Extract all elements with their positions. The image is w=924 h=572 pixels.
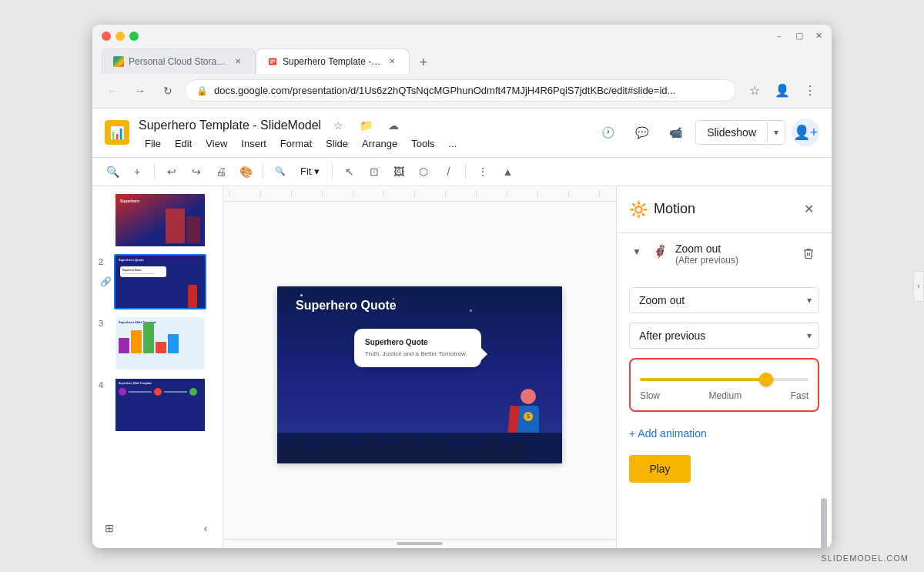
minimize-icon[interactable]: － [775,31,783,42]
paint-format-btn[interactable]: 🎨 [235,161,256,182]
zoom-percent-btn[interactable]: 🔍 [270,161,291,182]
toolbar-sep-3 [332,164,333,179]
horizontal-scrollbar[interactable] [223,539,616,548]
image-btn[interactable]: 🖼 [388,161,410,182]
slide-item-4[interactable]: 4 Superhero Slide Template [99,377,216,433]
menu-insert[interactable]: Insert [235,136,273,151]
slides-panel: Superhero 2 Superhero Quote [92,186,223,548]
slides-logo-icon: 📊 [109,125,125,140]
tab-1-title: Personal Cloud Storage & File Sh... [129,56,227,67]
main-slide-canvas[interactable]: Superhero Quote S [277,286,562,463]
transform-btn[interactable]: ⊡ [363,161,385,182]
menu-slide[interactable]: Slide [320,136,354,151]
speed-slow-label: Slow [640,390,660,401]
minimize-window-btn[interactable] [116,32,125,41]
star-btn[interactable]: ☆ [327,115,349,136]
delete-animation-btn[interactable] [798,243,819,264]
fit-dropdown[interactable]: Fit ▾ [294,162,326,180]
menu-more[interactable]: ... [443,136,464,151]
share-btn[interactable]: 👤+ [792,119,819,146]
address-input[interactable]: 🔒 docs.google.com/presentation/d/1Us6z2h… [185,79,736,102]
redo-btn[interactable]: ↪ [186,161,207,182]
menu-btn[interactable]: ⋮ [798,79,822,103]
slide-1-content: Superhero [116,194,205,246]
app-title: Superhero Template - SlideModel [139,119,321,132]
address-text: docs.google.com/presentation/d/1Us6z2hQT… [214,85,675,96]
zoom-out-btn[interactable]: + [126,161,148,182]
cloud-btn[interactable]: ☁ [383,115,404,136]
back-btn[interactable]: ← [102,80,123,102]
grid-view-btn[interactable]: ⊞ [99,517,120,539]
slide-4-thumb: Superhero Slide Template [114,377,206,433]
comments-btn[interactable]: 💬 [628,119,655,146]
menu-file[interactable]: File [139,136,167,151]
slide-2-num: 2 [99,257,109,266]
expand-animation-btn[interactable]: ▼ [629,244,644,259]
print-btn[interactable]: 🖨 [210,161,232,182]
bookmark-btn[interactable]: ☆ [742,79,767,103]
menu-edit[interactable]: Edit [169,136,198,151]
slide-2-thumb: Superhero Quote Superhero Slants Truth, … [114,254,206,309]
title-bar: － ▢ ✕ [92,25,832,49]
bubble-title: Superhero Quote [365,338,470,346]
watermark: SLIDEMODEL.COM [821,554,909,563]
motion-body: ▼ 🦸 Zoom out (After previous) [617,233,832,287]
ruler-top [223,186,616,202]
more-tools-btn[interactable]: ⋮ [472,161,494,182]
refresh-btn[interactable]: ↻ [157,80,179,102]
menu-arrange[interactable]: Arrange [356,136,403,151]
line-btn[interactable]: / [437,161,459,182]
folder-btn[interactable]: 📁 [355,115,377,136]
undo-btn[interactable]: ↩ [161,161,182,182]
close-icon[interactable]: ✕ [815,31,822,42]
browser-toolbar: ☆ 👤 ⋮ [742,79,822,103]
header-actions: 🕐 💬 📹 Slideshow ▾ 👤+ [594,119,819,146]
zoom-out-select[interactable]: Zoom out Zoom in Fade Fly in [629,287,819,313]
slide-4-content: Superhero Slide Template [116,379,205,431]
address-bar: ← → ↻ 🔒 docs.google.com/presentation/d/1… [92,74,832,108]
close-window-btn[interactable] [102,32,111,41]
motion-scrollbar-thumb[interactable] [821,498,827,548]
collapse-panel-btn[interactable]: ‹ [195,517,216,539]
browser-window: － ▢ ✕ Personal Cloud Storage & File Sh..… [92,25,832,548]
tab-2-close[interactable]: ✕ [386,55,398,68]
speed-fast-label: Fast [791,390,808,401]
menu-format[interactable]: Format [274,136,318,151]
menu-tools[interactable]: Tools [405,136,440,151]
collapse-btn[interactable]: ▲ [497,161,518,182]
play-btn[interactable]: Play [629,455,691,483]
new-tab-btn[interactable]: + [413,52,434,74]
after-previous-select[interactable]: After previous On click With previous [629,323,819,349]
maximize-window-btn[interactable] [129,32,139,41]
slide-item-1[interactable]: Superhero [99,192,216,248]
slideshow-main-btn[interactable]: Slideshow [696,121,767,144]
history-btn[interactable]: 🕐 [594,119,621,146]
tab-2[interactable]: Superhero Template - SlideMode... ✕ [256,49,410,74]
select-tool-btn[interactable]: ↖ [339,161,360,182]
fit-label: Fit [300,166,311,177]
motion-scrollbar-area [617,492,832,548]
zoom-in-btn[interactable]: 🔍 [102,161,123,182]
present-btn[interactable]: 📹 [661,119,689,146]
slideshow-dropdown-btn[interactable]: ▾ [767,122,785,143]
slide-item-3[interactable]: 3 Superhero Slide Template [99,316,216,371]
menu-view[interactable]: View [199,136,233,151]
restore-icon[interactable]: ▢ [795,31,803,42]
shapes-btn[interactable]: ⬡ [413,161,434,182]
motion-close-btn[interactable]: ✕ [798,199,819,220]
profile-btn[interactable]: 👤 [770,79,795,103]
tab-2-title: Superhero Template - SlideMode... [283,56,381,67]
slide-item-2[interactable]: 2 Superhero Quote Superhero Slants [99,254,216,309]
speed-thumb[interactable] [759,373,773,386]
toolbar-sep-1 [154,164,155,179]
add-animation-btn[interactable]: + Add animation [629,421,819,446]
tab-1[interactable]: Personal Cloud Storage & File Sh... ✕ [102,49,256,74]
app-menu: File Edit View Insert Format Slide Arran… [139,136,584,151]
tab-1-close[interactable]: ✕ [232,55,244,68]
forward-btn[interactable]: → [129,80,151,102]
speed-track [640,378,808,381]
window-controls [102,32,139,41]
app-header: 📊 Superhero Template - SlideModel ☆ 📁 ☁ … [92,109,832,158]
app-logo: 📊 [105,120,129,145]
motion-title-area: 🔆 Motion [629,200,695,219]
